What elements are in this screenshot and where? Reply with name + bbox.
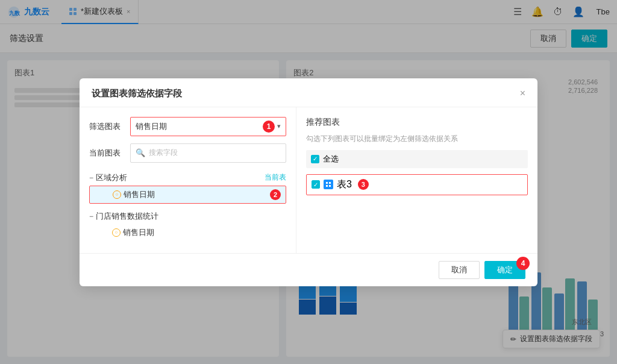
recommended-desc: 勾选下列图表可以批量绑定为左侧筛选依据关系 bbox=[306, 134, 528, 144]
modal-cancel-button[interactable]: 取消 bbox=[439, 261, 480, 279]
badge-2: 2 bbox=[270, 189, 281, 200]
tree-item-2-1-label: 销售日期 bbox=[123, 227, 154, 238]
svg-rect-6 bbox=[326, 182, 328, 184]
modal-close-button[interactable]: × bbox=[520, 88, 525, 99]
select-all-checkbox[interactable]: ✓ bbox=[311, 155, 319, 163]
tree-item-2-1[interactable]: ○ 销售日期 bbox=[89, 224, 286, 241]
modal-right-panel: 推荐图表 勾选下列图表可以批量绑定为左侧筛选依据关系 ✓ 全选 ✓ bbox=[296, 107, 537, 253]
tree-item-1-1[interactable]: ○ 销售日期 2 bbox=[89, 186, 286, 204]
badge-4: 4 bbox=[516, 257, 530, 270]
filter-chart-label: 筛选图表 bbox=[89, 121, 123, 132]
tree-group-1-name: 区域分析 bbox=[96, 172, 127, 183]
tree-group-1-tag: 当前表 bbox=[265, 172, 286, 183]
tree-group-1-header: − 区域分析 当前表 bbox=[89, 170, 286, 186]
modal: 设置图表筛选依据字段 × 筛选图表 销售日期 1 ▾ bbox=[80, 78, 537, 286]
date-icon-1: ○ bbox=[113, 190, 121, 199]
modal-body: 筛选图表 销售日期 1 ▾ 当前图表 🔍 搜索字段 bbox=[80, 107, 537, 253]
modal-overlay: 设置图表筛选依据字段 × 筛选图表 销售日期 1 ▾ bbox=[0, 0, 617, 364]
date-icon-2: ○ bbox=[112, 228, 121, 237]
table-icon bbox=[324, 180, 333, 189]
search-placeholder: 搜索字段 bbox=[149, 148, 178, 158]
modal-header: 设置图表筛选依据字段 × bbox=[80, 78, 537, 107]
search-box[interactable]: 🔍 搜索字段 bbox=[130, 143, 286, 163]
select-all-label: 全选 bbox=[323, 154, 339, 165]
chevron-down-icon: ▾ bbox=[277, 122, 281, 130]
table-3-label: 表3 bbox=[337, 178, 352, 191]
current-chart-label: 当前图表 bbox=[89, 148, 123, 158]
modal-confirm-button[interactable]: 确定 4 bbox=[484, 261, 525, 279]
tree-group-1-collapse-icon[interactable]: − bbox=[89, 174, 93, 182]
modal-title: 设置图表筛选依据字段 bbox=[92, 88, 182, 99]
tree-group-2-header: − 门店销售数据统计 bbox=[89, 209, 286, 224]
tree-group-1: − 区域分析 当前表 ○ 销售日期 2 bbox=[89, 170, 286, 204]
badge-1: 1 bbox=[263, 121, 275, 133]
tree-area: − 区域分析 当前表 ○ 销售日期 2 bbox=[89, 170, 286, 243]
svg-rect-9 bbox=[329, 185, 331, 187]
tree-group-2-left: − 门店销售数据统计 bbox=[89, 211, 158, 222]
svg-rect-7 bbox=[329, 182, 331, 184]
tree-group-2: − 门店销售数据统计 ○ 销售日期 bbox=[89, 209, 286, 241]
filter-chart-value: 销售日期 bbox=[136, 121, 167, 132]
filter-chart-row: 筛选图表 销售日期 1 ▾ bbox=[89, 117, 286, 136]
tree-group-1-left: − 区域分析 bbox=[89, 172, 127, 183]
tree-group-2-collapse-icon[interactable]: − bbox=[89, 212, 93, 221]
modal-footer: 取消 确定 4 bbox=[80, 253, 537, 286]
svg-rect-8 bbox=[326, 185, 328, 187]
modal-left-panel: 筛选图表 销售日期 1 ▾ 当前图表 🔍 搜索字段 bbox=[80, 107, 296, 253]
current-chart-row: 当前图表 🔍 搜索字段 bbox=[89, 143, 286, 163]
recommended-title: 推荐图表 bbox=[306, 117, 528, 128]
tree-group-2-name: 门店销售数据统计 bbox=[96, 211, 158, 222]
badge-3: 3 bbox=[358, 179, 369, 190]
search-icon: 🔍 bbox=[136, 148, 145, 157]
filter-chart-select[interactable]: 销售日期 1 ▾ bbox=[130, 117, 286, 136]
table-3-checkbox[interactable]: ✓ bbox=[312, 180, 320, 189]
table-3-row[interactable]: ✓ 表3 3 bbox=[306, 174, 528, 195]
tree-item-1-1-label: 销售日期 bbox=[124, 189, 155, 200]
select-all-row[interactable]: ✓ 全选 bbox=[306, 150, 528, 168]
